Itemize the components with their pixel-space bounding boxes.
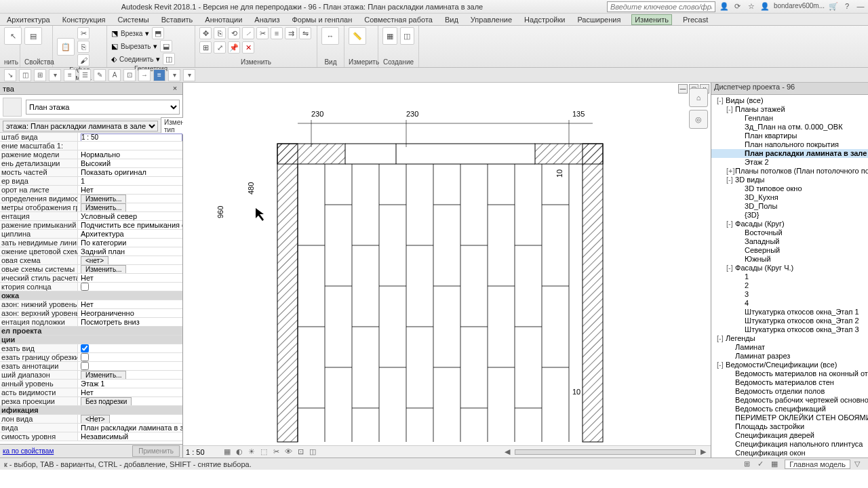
tree-node[interactable]: Западный (711, 237, 868, 246)
favorite-icon[interactable]: ☆ (747, 2, 756, 12)
measure-button[interactable]: 📏 (349, 27, 366, 45)
tree-node[interactable]: Ведомость материалов на оконный откос (711, 369, 868, 378)
property-row[interactable]: овые схемы системыИзменить... (0, 265, 182, 274)
create-button2[interactable]: ◫ (400, 27, 415, 45)
cut-geom-icon[interactable]: ⬕ (111, 42, 118, 51)
property-row[interactable]: видаПлан раскладки ламината в зале (0, 424, 182, 432)
property-row[interactable]: овая схема<нет> (0, 256, 182, 265)
vcb-icon[interactable]: 👁 (283, 447, 293, 457)
qat-btn[interactable]: ⊡ (123, 69, 136, 81)
tree-node[interactable]: Северный (711, 246, 868, 255)
view-button[interactable]: ↔ (321, 27, 339, 45)
tree-node[interactable]: 3D_Кухня (711, 193, 868, 202)
model-selector[interactable]: Главная модель (785, 460, 850, 469)
tree-node[interactable]: [-] Фасады (Круг) (711, 220, 868, 228)
prop-button[interactable]: Изменить... (81, 195, 126, 203)
tree-node[interactable]: План напольного покрытия (711, 140, 868, 149)
property-row[interactable]: резка проекцииБез подрезки (0, 397, 182, 406)
properties-grid[interactable]: штаб видаение масштаба 1:ражение моделиН… (0, 133, 182, 444)
property-row[interactable]: циплинаАрхитектура (0, 230, 182, 239)
trim-icon[interactable]: ⟋ (242, 27, 254, 39)
vcb-icon[interactable]: ✂ (271, 447, 281, 457)
qat-btn[interactable]: ▾ (168, 69, 180, 81)
vcb-icon[interactable]: ◫ (308, 447, 317, 457)
property-row[interactable]: ентацияУсловный север (0, 212, 182, 221)
tree-node[interactable]: [-] Планы этажей (711, 105, 868, 114)
tab-systems[interactable]: Системы (117, 14, 151, 25)
tab-extensions[interactable]: Расширения (576, 14, 622, 25)
tab-precast[interactable]: Precast (682, 14, 709, 25)
property-row[interactable]: штаб вида (0, 133, 182, 142)
user-icon[interactable]: 👤 (760, 2, 770, 12)
tree-node[interactable]: Штукатурка откосов окна_Этап 1 (711, 308, 868, 317)
tab-massing[interactable]: Формы и генплан (290, 14, 353, 25)
property-row[interactable]: езать границу обрезки (0, 353, 182, 362)
search-input[interactable] (607, 1, 715, 12)
qat-btn[interactable]: → (138, 69, 151, 81)
offset-icon[interactable]: ⇉ (285, 27, 297, 39)
match-icon[interactable]: 🖌 (77, 54, 90, 66)
pin-icon[interactable]: 📌 (228, 41, 240, 54)
property-row[interactable]: ший диапазонИзменить... (0, 371, 182, 380)
tree-node[interactable]: Штукатурка откосов окна_Этап 2 (711, 317, 868, 325)
tree-node[interactable]: План квартиры (711, 131, 868, 140)
view-min-icon[interactable]: — (678, 84, 688, 94)
property-row[interactable]: ификация (0, 406, 182, 415)
tree-node[interactable]: 2 (711, 281, 868, 290)
geom-icon2[interactable]: ⬓ (160, 40, 172, 52)
property-row[interactable]: ел проекта (0, 327, 182, 336)
tree-node[interactable]: Зд_План на отм. 0.000_ОВК (711, 123, 868, 131)
apply-button[interactable]: Применить (132, 445, 180, 457)
property-row[interactable]: ентация подложкиПосмотреть вниз (0, 318, 182, 327)
geom-icon3[interactable]: ◫ (163, 53, 175, 65)
property-row[interactable]: ции (0, 336, 182, 344)
tab-manage[interactable]: Управление (469, 14, 513, 25)
browser-tree[interactable]: [-] Виды (все)[-] Планы этажей Генплан З… (711, 95, 868, 458)
property-row[interactable]: азон: нижний уровеньНет (0, 300, 182, 309)
sync-icon[interactable]: ⟳ (733, 2, 743, 12)
scale-label[interactable]: 1 : 50 (186, 448, 220, 456)
copy-icon[interactable]: ⎘ (77, 41, 90, 53)
tree-node[interactable]: Ламинат (711, 343, 868, 352)
prop-input[interactable] (81, 134, 182, 142)
help-link[interactable]: ка по свойствам (3, 447, 54, 455)
tree-node[interactable]: 3 (711, 290, 868, 299)
tab-analyze[interactable]: Анализ (253, 14, 281, 25)
close-icon[interactable]: × (170, 84, 180, 94)
tree-node[interactable]: [-] 3D виды (711, 176, 868, 184)
tab-structure[interactable]: Конструкция (61, 14, 107, 25)
tree-node[interactable]: Южный (711, 255, 868, 264)
property-row[interactable]: ожка (0, 291, 182, 300)
property-row[interactable]: метры отображения графи...Изменить... (0, 203, 182, 212)
prop-checkbox[interactable] (81, 283, 89, 291)
create-button[interactable]: ▦ (382, 27, 397, 45)
qat-btn[interactable]: ⊞ (34, 69, 46, 81)
tab-architecture[interactable]: Архитектура (5, 14, 52, 25)
tree-node[interactable]: ПЕРИМЕТР ОКЛЕЙКИ СТЕН ОБОЯМИ (711, 413, 868, 422)
login-icon[interactable]: 👤 (719, 2, 729, 12)
property-row[interactable]: лон вида<Нет> (0, 415, 182, 424)
move-icon[interactable]: ✥ (199, 27, 212, 39)
cart-icon[interactable]: 🛒 (829, 2, 838, 12)
instance-selector[interactable]: этажа: План раскладки ламината в зале (3, 121, 158, 131)
qat-btn[interactable]: ▾ (183, 69, 195, 81)
qat-btn[interactable]: ≡ (153, 69, 165, 81)
prop-button[interactable]: Изменить... (81, 203, 126, 211)
vcb-icon[interactable]: ⬚ (259, 447, 269, 457)
tree-node[interactable]: Ведомость отделки полов (711, 387, 868, 396)
align-icon[interactable]: ≡ (271, 27, 283, 39)
vcb-icon[interactable]: ☀ (247, 447, 256, 457)
modify-button[interactable]: ↖ (4, 27, 22, 45)
nav-home-icon[interactable]: ⌂ (689, 88, 708, 107)
cope-icon[interactable]: ⬔ (111, 29, 118, 38)
property-row[interactable]: езать аннотации (0, 362, 182, 371)
status-icon[interactable]: ▦ (771, 460, 781, 469)
prop-button[interactable]: <Нет> (81, 415, 110, 423)
array-icon[interactable]: ⊞ (199, 41, 212, 54)
tree-node[interactable]: Восточный (711, 228, 868, 237)
tab-addins[interactable]: Надстройки (523, 14, 566, 25)
tree-node[interactable]: Ведомость спецификаций (711, 405, 868, 413)
drawing-canvas[interactable]: — ▢ × ⌂ ◎ (183, 83, 711, 458)
tree-node[interactable]: 1 (711, 272, 868, 281)
status-icon[interactable]: ⊞ (744, 460, 753, 469)
